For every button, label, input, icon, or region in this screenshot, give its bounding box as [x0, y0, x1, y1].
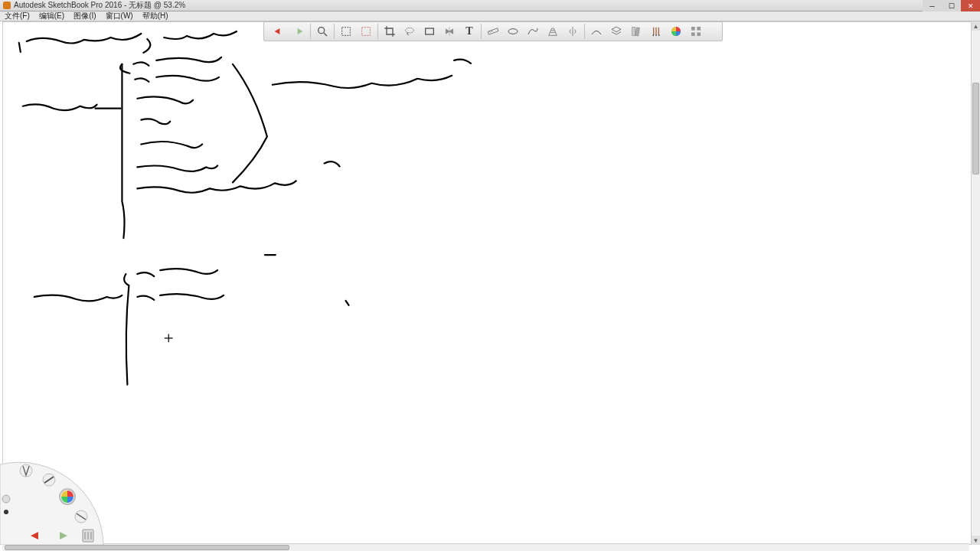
redo-button[interactable]: [289, 23, 308, 40]
lasso-button[interactable]: [400, 23, 419, 40]
brush-library-button[interactable]: [647, 23, 665, 40]
svg-point-4: [406, 28, 414, 33]
svg-rect-3: [362, 28, 371, 36]
library-icon: [690, 25, 702, 37]
svg-line-1: [324, 33, 327, 36]
menu-window[interactable]: 窗口(W): [106, 11, 133, 21]
window-buttons: ─ ☐ ✕: [923, 0, 980, 11]
scroll-down-button[interactable]: ▼: [972, 536, 980, 545]
menubar: 文件(F) 编辑(E) 图像(I) 窗口(W) 帮助(H): [0, 11, 980, 21]
rect-icon: [423, 25, 436, 37]
undo-button[interactable]: [270, 23, 288, 40]
svg-rect-5: [426, 28, 434, 34]
swatches-icon: [630, 25, 642, 37]
svg-point-23: [4, 510, 8, 514]
perspective-button[interactable]: [544, 23, 562, 40]
layer-button[interactable]: [607, 23, 626, 40]
separator: [584, 24, 585, 39]
menu-image[interactable]: 图像(I): [74, 11, 96, 21]
color-wheel-icon: [670, 25, 682, 37]
svg-rect-16: [691, 32, 695, 36]
titlebar: Autodesk SketchBook Pro 2016 - 无标题 @ 53.…: [0, 0, 980, 11]
ruler-icon: [487, 25, 499, 37]
svg-point-22: [2, 495, 10, 503]
separator: [481, 24, 482, 39]
marquee-button[interactable]: [337, 23, 355, 40]
ellipse-ruler-icon: [507, 25, 519, 37]
marquee-icon: [340, 25, 352, 37]
text-button[interactable]: T: [460, 23, 479, 40]
horizontal-scroll-thumb[interactable]: [5, 545, 289, 550]
brushset-icon: [650, 25, 662, 37]
zoom-button[interactable]: [313, 23, 332, 40]
ellipse-ruler-button[interactable]: [504, 23, 522, 40]
svg-point-0: [318, 28, 325, 34]
main-toolbar: T: [263, 21, 723, 41]
perspective-icon: [547, 25, 559, 37]
scroll-up-button[interactable]: ▲: [972, 21, 980, 31]
maximize-button[interactable]: ☐: [942, 0, 961, 11]
symmetry-icon: [567, 25, 579, 37]
minimize-button[interactable]: ─: [923, 0, 942, 11]
svg-line-7: [490, 31, 491, 32]
swatches-button[interactable]: [627, 23, 645, 40]
svg-point-9: [508, 29, 518, 34]
french-curve-button[interactable]: [524, 23, 542, 40]
separator: [377, 24, 378, 39]
color-wheel-button[interactable]: [667, 23, 685, 40]
canvas-area[interactable]: [2, 21, 978, 545]
vertical-scrollbar[interactable]: ▲ ▼: [971, 21, 980, 545]
menu-help[interactable]: 帮助(H): [142, 11, 168, 21]
rect-button[interactable]: [420, 23, 439, 40]
svg-rect-15: [697, 27, 701, 31]
redo-icon: [292, 25, 305, 37]
symmetry-button[interactable]: [564, 23, 582, 40]
steady-stroke-icon: [590, 25, 603, 37]
separator: [310, 24, 311, 39]
window-title: Autodesk SketchBook Pro 2016 - 无标题 @ 53.…: [14, 0, 185, 11]
svg-rect-6: [488, 28, 498, 34]
undo-icon: [273, 25, 285, 37]
steady-stroke-button[interactable]: [587, 23, 606, 40]
marquee-invert-button[interactable]: [357, 23, 375, 40]
svg-rect-2: [342, 28, 351, 36]
zoom-icon: [316, 25, 328, 37]
brush-puck[interactable]: [0, 457, 107, 545]
crop-button[interactable]: [381, 23, 399, 40]
svg-rect-17: [697, 32, 701, 36]
layer-icon: [610, 25, 622, 37]
separator: [334, 24, 335, 39]
flip-icon: [443, 25, 456, 37]
panel-grid-button[interactable]: [687, 23, 705, 40]
vertical-scroll-thumb[interactable]: [972, 83, 979, 174]
svg-rect-12: [635, 28, 640, 36]
ruler-button[interactable]: [484, 23, 502, 40]
flip-button[interactable]: [440, 23, 459, 40]
drawing-layer: [3, 22, 977, 544]
horizontal-scrollbar[interactable]: [2, 543, 969, 551]
app-icon: [3, 2, 11, 9]
french-curve-icon: [527, 25, 539, 37]
svg-rect-11: [632, 28, 635, 36]
svg-rect-14: [691, 27, 695, 31]
menu-file[interactable]: 文件(F): [5, 11, 30, 21]
lasso-icon: [403, 25, 416, 37]
marquee-invert-icon: [360, 25, 372, 37]
crop-icon: [384, 25, 396, 37]
menu-edit[interactable]: 编辑(E): [39, 11, 64, 21]
close-button[interactable]: ✕: [961, 0, 980, 11]
svg-line-8: [492, 31, 492, 32]
